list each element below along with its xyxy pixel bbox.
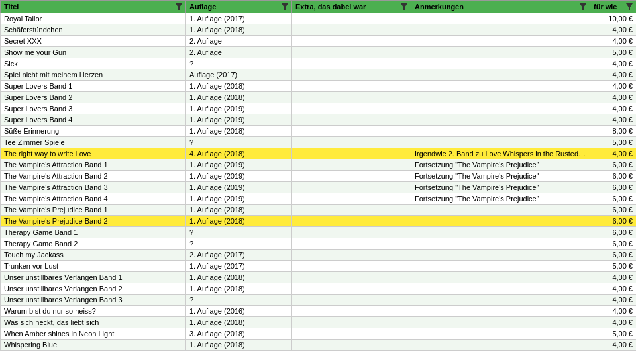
table-row: The Vampire's Attraction Band 11. Auflag…: [1, 159, 637, 171]
main-table: Titel Auflage Extra, das dabei war Anmer…: [0, 0, 636, 351]
cell-titel: Royal Tailor: [1, 13, 186, 24]
cell-auflage: ?: [186, 137, 292, 148]
cell-fuer-wie: 4,00 €: [590, 36, 637, 47]
cell-auflage: 3. Auflage (2018): [186, 328, 292, 340]
cell-extra: [292, 306, 411, 317]
cell-titel: Show me your Gun: [1, 47, 186, 58]
table-row: Unser unstillbares Verlangen Band 21. Au…: [1, 283, 637, 295]
cell-anmerkungen: [411, 261, 590, 272]
header-titel[interactable]: Titel: [1, 1, 186, 13]
header-fuer-wie[interactable]: für wie: [590, 1, 637, 13]
table-row: The right way to write Love4. Auflage (2…: [1, 148, 637, 159]
filter-fuer-wie-icon[interactable]: [626, 3, 633, 10]
cell-extra: [292, 126, 411, 137]
header-auflage[interactable]: Auflage: [186, 1, 292, 13]
cell-extra: [292, 103, 411, 114]
cell-fuer-wie: 6,00 €: [590, 193, 637, 205]
cell-fuer-wie: 6,00 €: [590, 216, 637, 227]
cell-extra: [292, 13, 411, 24]
cell-anmerkungen: [411, 36, 590, 47]
table-row: Tee Zimmer Spiele?5,00 €: [1, 137, 637, 148]
filter-extra-icon[interactable]: [401, 3, 407, 10]
cell-titel: The right way to write Love: [1, 148, 186, 159]
cell-auflage: 1. Auflage (2018): [186, 205, 292, 216]
cell-auflage: 1. Auflage (2017): [186, 261, 292, 272]
header-anmerkungen[interactable]: Anmerkungen: [411, 1, 590, 13]
cell-anmerkungen: [411, 126, 590, 137]
cell-extra: [292, 227, 411, 238]
cell-fuer-wie: 4,00 €: [590, 148, 637, 159]
cell-anmerkungen: Fortsetzung "The Vampire's Prejudice": [411, 182, 590, 193]
cell-auflage: 1. Auflage (2018): [186, 317, 292, 328]
table-row: Super Lovers Band 11. Auflage (2018)4,00…: [1, 81, 637, 92]
cell-extra: [292, 81, 411, 92]
filter-auflage-icon[interactable]: [282, 3, 288, 10]
cell-fuer-wie: 4,00 €: [590, 306, 637, 317]
cell-auflage: 2. Auflage (2017): [186, 250, 292, 261]
cell-extra: [292, 250, 411, 261]
cell-titel: The Vampire's Attraction Band 3: [1, 182, 186, 193]
cell-anmerkungen: [411, 205, 590, 216]
table-row: Therapy Game Band 2?6,00 €: [1, 238, 637, 250]
cell-anmerkungen: [411, 103, 590, 114]
cell-extra: [292, 205, 411, 216]
cell-extra: [292, 238, 411, 250]
cell-auflage: 2. Auflage: [186, 47, 292, 58]
cell-anmerkungen: [411, 114, 590, 126]
cell-anmerkungen: [411, 47, 590, 58]
cell-anmerkungen: Fortsetzung "The Vampire's Prejudice": [411, 193, 590, 205]
cell-auflage: 1. Auflage (2016): [186, 306, 292, 317]
header-anmerkungen-label: Anmerkungen: [415, 3, 464, 11]
cell-anmerkungen: [411, 81, 590, 92]
cell-fuer-wie: 6,00 €: [590, 159, 637, 171]
cell-extra: [292, 317, 411, 328]
cell-anmerkungen: [411, 250, 590, 261]
cell-fuer-wie: 6,00 €: [590, 238, 637, 250]
cell-anmerkungen: Fortsetzung "The Vampire's Prejudice": [411, 159, 590, 171]
cell-auflage: 4. Auflage (2018): [186, 148, 292, 159]
cell-extra: [292, 261, 411, 272]
cell-auflage: 1. Auflage (2018): [186, 216, 292, 227]
table-row: Super Lovers Band 41. Auflage (2019)4,00…: [1, 114, 637, 126]
cell-anmerkungen: [411, 272, 590, 283]
cell-fuer-wie: 6,00 €: [590, 171, 637, 182]
cell-fuer-wie: 6,00 €: [590, 182, 637, 193]
cell-anmerkungen: [411, 92, 590, 103]
cell-titel: The Vampire's Attraction Band 4: [1, 193, 186, 205]
table-row: Unser unstillbares Verlangen Band 3?4,00…: [1, 295, 637, 306]
header-fuer-wie-label: für wie: [594, 3, 617, 11]
cell-auflage: 1. Auflage (2019): [186, 193, 292, 205]
cell-auflage: ?: [186, 238, 292, 250]
cell-auflage: 1. Auflage (2019): [186, 103, 292, 114]
cell-extra: [292, 24, 411, 36]
cell-anmerkungen: [411, 58, 590, 69]
header-extra[interactable]: Extra, das dabei war: [292, 1, 411, 13]
cell-fuer-wie: 5,00 €: [590, 328, 637, 340]
filter-titel-icon[interactable]: [176, 3, 182, 10]
cell-extra: [292, 69, 411, 81]
cell-auflage: 1. Auflage (2018): [186, 81, 292, 92]
cell-anmerkungen: Fortsetzung "The Vampire's Prejudice": [411, 171, 590, 182]
cell-auflage: 1. Auflage (2018): [186, 340, 292, 351]
cell-titel: Süße Erinnerung: [1, 126, 186, 137]
cell-anmerkungen: [411, 24, 590, 36]
cell-anmerkungen: [411, 283, 590, 295]
cell-fuer-wie: 4,00 €: [590, 81, 637, 92]
cell-extra: [292, 272, 411, 283]
cell-fuer-wie: 4,00 €: [590, 114, 637, 126]
cell-auflage: ?: [186, 227, 292, 238]
cell-titel: Secret XXX: [1, 36, 186, 47]
table-row: Spiel nicht mit meinem HerzenAuflage (20…: [1, 69, 637, 81]
cell-anmerkungen: [411, 295, 590, 306]
cell-titel: Super Lovers Band 3: [1, 103, 186, 114]
cell-extra: [292, 283, 411, 295]
cell-fuer-wie: 8,00 €: [590, 126, 637, 137]
cell-titel: Unser unstillbares Verlangen Band 1: [1, 272, 186, 283]
table-row: When Amber shines in Neon Light3. Auflag…: [1, 328, 637, 340]
table-row: The Vampire's Prejudice Band 11. Auflage…: [1, 205, 637, 216]
header-row: Titel Auflage Extra, das dabei war Anmer…: [1, 1, 637, 13]
cell-titel: The Vampire's Attraction Band 2: [1, 171, 186, 182]
table-row: Trunken vor Lust1. Auflage (2017)5,00 €: [1, 261, 637, 272]
filter-anmerkungen-icon[interactable]: [580, 3, 586, 10]
table-row: Whispering Blue1. Auflage (2018)4,00 €: [1, 340, 637, 351]
